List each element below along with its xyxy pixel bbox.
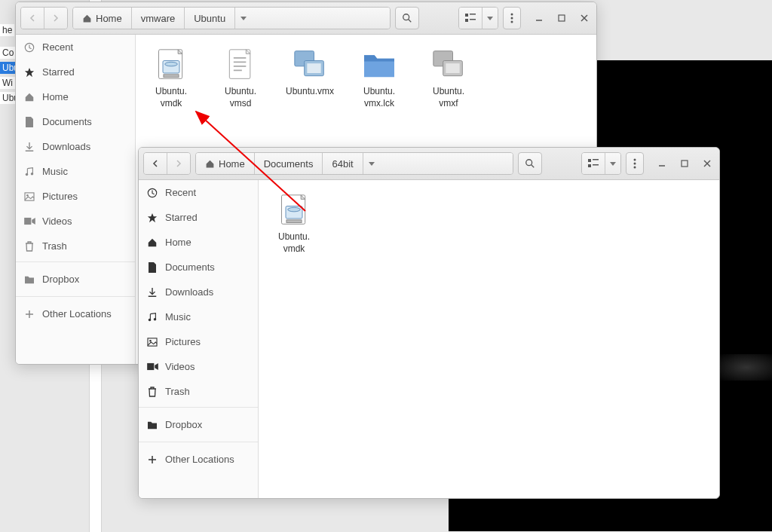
file-ubuntu-vmsd[interactable]: Ubuntu.vmsd: [213, 47, 268, 109]
path-dropdown[interactable]: [363, 153, 380, 174]
sidebar-item-home[interactable]: Home: [139, 230, 258, 255]
svg-rect-56: [147, 363, 154, 370]
sidebar-item-dropbox[interactable]: Dropbox: [139, 407, 258, 439]
sidebar-item-label: Recent: [42, 41, 73, 53]
picture-icon: [146, 338, 158, 347]
svg-rect-42: [593, 164, 599, 166]
back-button[interactable]: [144, 153, 167, 174]
home-icon: [23, 92, 35, 102]
view-dropdown[interactable]: [605, 153, 620, 174]
hamburger-button[interactable]: [626, 152, 644, 175]
hamburger-button[interactable]: [503, 7, 521, 29]
nav-buttons: [143, 152, 191, 175]
svg-rect-5: [470, 19, 476, 20]
path-segment[interactable]: vmware: [132, 8, 185, 29]
download-icon: [146, 287, 158, 298]
file-icon: [430, 47, 467, 83]
file-area[interactable]: Ubuntu.vmdk: [259, 180, 719, 498]
path-label: Home: [96, 13, 122, 24]
forward-button[interactable]: [167, 153, 190, 174]
home-icon: [146, 237, 158, 248]
music-icon: [23, 167, 35, 177]
view-group: [581, 152, 621, 175]
svg-point-15: [31, 172, 34, 175]
svg-rect-10: [559, 15, 565, 21]
path-segment[interactable]: 64bit: [323, 153, 363, 174]
bg-item[interactable]: Wi: [0, 77, 15, 89]
sidebar-item-downloads[interactable]: Downloads: [16, 134, 135, 159]
svg-line-38: [532, 165, 535, 168]
sidebar-item-trash[interactable]: Trash: [16, 234, 135, 258]
sidebar-item-label: Starred: [42, 66, 75, 78]
plus-icon: [23, 310, 35, 319]
sidebar-item-starred[interactable]: Starred: [16, 60, 135, 84]
sidebar-item-music[interactable]: Music: [139, 304, 258, 329]
sidebar-item-trash[interactable]: Trash: [139, 379, 258, 404]
sidebar-item-videos[interactable]: Videos: [16, 209, 135, 234]
sidebar-item-pictures[interactable]: Pictures: [139, 329, 258, 354]
file-ubuntu-vmx[interactable]: Ubuntu.vmx: [282, 47, 338, 109]
file-ubuntu-vmxf[interactable]: Ubuntu.vmxf: [421, 47, 476, 109]
sidebar-item-home[interactable]: Home: [16, 84, 135, 109]
sidebar-item-label: Videos: [42, 216, 72, 227]
bg-item[interactable]: he: [0, 24, 14, 36]
svg-point-43: [634, 159, 636, 161]
view-icons-button[interactable]: [459, 8, 482, 29]
path-label: 64bit: [332, 158, 353, 170]
bg-item[interactable]: Co: [0, 47, 16, 59]
svg-point-55: [149, 340, 152, 342]
sidebar-item-recent[interactable]: Recent: [16, 35, 135, 60]
file-icon: [222, 47, 259, 83]
view-group: [458, 7, 498, 29]
doc-icon: [23, 117, 35, 127]
view-icons-button[interactable]: [582, 153, 605, 174]
sidebar-item-label: Home: [165, 237, 191, 248]
sidebar-item-music[interactable]: Music: [16, 159, 135, 184]
svg-rect-47: [682, 161, 688, 167]
video-icon: [146, 362, 158, 371]
svg-rect-4: [465, 19, 468, 22]
sidebar: RecentStarredHomeDocumentsDownloadsMusic…: [16, 35, 136, 364]
file-ubuntu-vmdk[interactable]: Ubuntu.vmdk: [143, 47, 199, 109]
search-button[interactable]: [518, 152, 542, 175]
sidebar-item-documents[interactable]: Documents: [16, 109, 135, 134]
path-bar: Home Documents 64bit: [195, 152, 513, 175]
maximize-button[interactable]: [677, 156, 692, 171]
file-manager-window-2: Home Documents 64bit: [138, 147, 720, 499]
sidebar-item-label: Downloads: [165, 286, 213, 298]
search-button[interactable]: [395, 7, 419, 29]
close-button[interactable]: [700, 156, 715, 171]
forward-button[interactable]: [44, 8, 67, 29]
path-home[interactable]: Home: [196, 153, 255, 174]
path-label: vmware: [141, 13, 176, 24]
path-segment[interactable]: Ubuntu: [185, 8, 235, 29]
svg-point-37: [526, 160, 532, 166]
minimize-button[interactable]: [654, 156, 669, 171]
view-dropdown[interactable]: [482, 8, 498, 29]
sidebar-item-documents[interactable]: Documents: [139, 255, 258, 280]
sidebar-item-label: Dropbox: [42, 274, 79, 285]
sidebar-item-label: Videos: [165, 361, 195, 372]
sidebar-item-pictures[interactable]: Pictures: [16, 184, 135, 209]
sidebar-item-videos[interactable]: Videos: [139, 354, 258, 379]
svg-rect-2: [465, 14, 468, 17]
file-label: Ubuntu.vmx.lck: [363, 86, 395, 109]
sidebar-item-starred[interactable]: Starred: [139, 205, 258, 230]
sidebar-item-recent[interactable]: Recent: [139, 180, 258, 205]
trash-icon: [23, 241, 35, 252]
path-home[interactable]: Home: [73, 8, 132, 29]
path-segment[interactable]: Documents: [255, 153, 323, 174]
sidebar-item-label: Pictures: [165, 336, 201, 347]
sidebar-item-other-locations[interactable]: Other Locations: [139, 442, 258, 473]
sidebar-item-dropbox[interactable]: Dropbox: [16, 261, 135, 293]
file-ubuntu-vmdk[interactable]: Ubuntu.vmdk: [266, 192, 322, 255]
file-ubuntu-vmx-lck[interactable]: Ubuntu.vmx.lck: [351, 47, 407, 109]
close-button[interactable]: [577, 11, 592, 26]
maximize-button[interactable]: [554, 11, 569, 26]
file-label: Ubuntu.vmdk: [155, 86, 187, 109]
back-button[interactable]: [21, 8, 44, 29]
sidebar-item-other-locations[interactable]: Other Locations: [16, 296, 135, 328]
sidebar-item-downloads[interactable]: Downloads: [139, 280, 258, 304]
minimize-button[interactable]: [532, 11, 547, 26]
path-dropdown[interactable]: [235, 8, 252, 29]
